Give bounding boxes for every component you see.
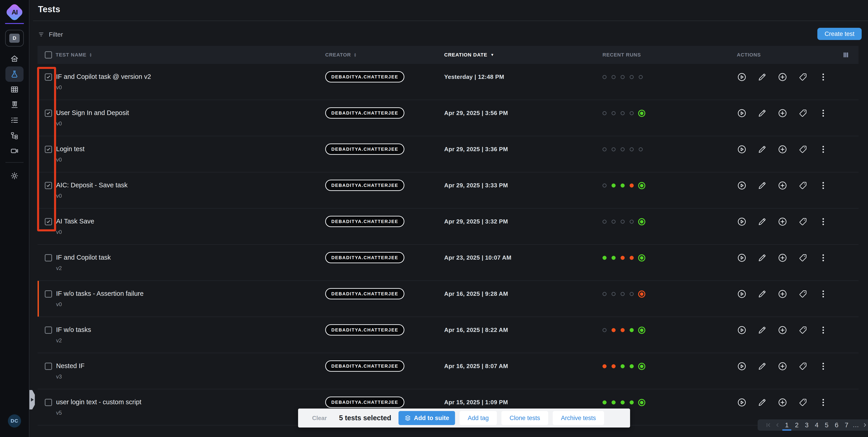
row-checkbox[interactable] [45,110,52,117]
add-to-suite-icon-button[interactable] [778,325,787,335]
row-checkbox[interactable] [45,218,52,225]
columns-settings-button[interactable] [842,51,849,59]
run-test-button[interactable] [737,180,747,191]
clear-selection-button[interactable]: Clear [312,415,327,422]
next-page-button[interactable] [862,422,868,428]
sidebar-item-settings[interactable] [5,168,24,183]
row-checkbox[interactable] [45,254,52,262]
sidebar-item-flows[interactable] [5,128,24,143]
more-options-button[interactable] [818,108,828,118]
tag-test-button[interactable] [798,325,808,335]
row-checkbox[interactable] [45,146,52,153]
tag-test-button[interactable] [798,361,808,371]
row-checkbox[interactable] [45,399,52,406]
edit-test-button[interactable] [757,361,767,371]
clone-tests-button[interactable]: Clone tests [501,411,548,425]
workspace-button[interactable]: D [5,30,24,46]
test-name[interactable]: IF and Copilot task @ version v2 [56,73,151,80]
more-options-button[interactable] [818,72,828,82]
run-status-green-ring[interactable] [640,220,644,224]
run-status-green[interactable] [602,400,607,404]
add-tag-button[interactable]: Add tag [460,411,497,425]
more-options-button[interactable] [818,217,828,227]
run-status-green[interactable] [612,183,616,188]
tag-test-button[interactable] [798,398,808,407]
run-status-green-ring[interactable] [640,365,644,368]
add-to-suite-icon-button[interactable] [778,361,787,371]
edit-test-button[interactable] [757,398,767,407]
run-status-orange[interactable] [621,328,625,332]
add-to-suite-icon-button[interactable] [778,217,787,227]
row-checkbox[interactable] [45,182,52,189]
tag-test-button[interactable] [798,289,808,299]
test-name[interactable]: AI Task Save [56,217,94,225]
sidebar-item-tests[interactable] [5,66,24,82]
add-to-suite-button[interactable]: Add to suite [399,411,455,425]
row-checkbox[interactable] [45,327,52,334]
run-status-green[interactable] [621,183,625,188]
test-name[interactable]: Login test [56,145,85,153]
edit-test-button[interactable] [757,217,767,227]
tag-test-button[interactable] [798,217,808,227]
run-test-button[interactable] [737,108,747,118]
select-all-checkbox[interactable] [45,51,52,59]
run-status-green[interactable] [630,328,634,332]
run-test-button[interactable] [737,398,747,407]
test-name[interactable]: IF w/o tasks - Assertion failure [56,290,144,297]
tag-test-button[interactable] [798,253,808,263]
run-test-button[interactable] [737,361,747,371]
archive-tests-button[interactable]: Archive tests [553,411,604,425]
add-to-suite-icon-button[interactable] [778,108,787,118]
run-status-green[interactable] [612,400,616,404]
sidebar-item-results[interactable] [5,112,24,128]
sidebar-item-suites[interactable] [5,82,24,97]
more-options-button[interactable] [818,361,828,371]
add-to-suite-icon-button[interactable] [778,72,787,82]
edit-test-button[interactable] [757,289,767,299]
test-name[interactable]: user login text - custom script [56,398,141,406]
sidebar-item-home[interactable] [5,51,24,66]
run-status-orange[interactable] [602,364,607,368]
test-name[interactable]: Nested IF [56,362,85,370]
row-checkbox[interactable] [45,290,52,298]
add-to-suite-icon-button[interactable] [778,398,787,407]
run-status-orange[interactable] [630,256,634,260]
previous-page-button[interactable] [774,422,780,428]
more-options-button[interactable] [818,398,828,407]
run-status-green-ring[interactable] [640,184,644,187]
run-test-button[interactable] [737,253,747,263]
sidebar-item-runs[interactable] [5,97,24,112]
more-options-button[interactable] [818,144,828,154]
run-test-button[interactable] [737,289,747,299]
app-logo[interactable]: AI [6,4,23,21]
row-checkbox[interactable] [45,363,52,370]
test-name[interactable]: User Sign In and Deposit [56,109,129,116]
add-to-suite-icon-button[interactable] [778,253,787,263]
edit-test-button[interactable] [757,325,767,335]
more-options-button[interactable] [818,180,828,191]
run-status-green-ring[interactable] [640,401,644,404]
page-2-button[interactable]: 2 [793,419,800,431]
edit-test-button[interactable] [757,253,767,263]
run-test-button[interactable] [737,72,747,82]
run-test-button[interactable] [737,144,747,154]
sidebar-item-recordings[interactable] [5,143,24,159]
more-options-button[interactable] [818,289,828,299]
run-test-button[interactable] [737,325,747,335]
run-status-green-ring[interactable] [640,112,644,115]
run-status-green-ring[interactable] [640,329,644,332]
test-name[interactable]: IF and Copilot task [56,254,111,261]
run-status-green[interactable] [621,364,625,368]
page-5-button[interactable]: 5 [823,419,830,431]
run-status-green[interactable] [630,364,634,368]
run-status-orange[interactable] [621,256,625,260]
page-1-button[interactable]: 1 [783,419,790,431]
tag-test-button[interactable] [798,72,808,82]
run-status-green[interactable] [630,400,634,404]
column-header-test-name[interactable]: TEST NAME ▲▼ [56,46,92,64]
edit-test-button[interactable] [757,144,767,154]
run-status-orange[interactable] [612,328,616,332]
tag-test-button[interactable] [798,108,808,118]
run-status-orange[interactable] [630,183,634,188]
page-4-button[interactable]: 4 [813,419,820,431]
